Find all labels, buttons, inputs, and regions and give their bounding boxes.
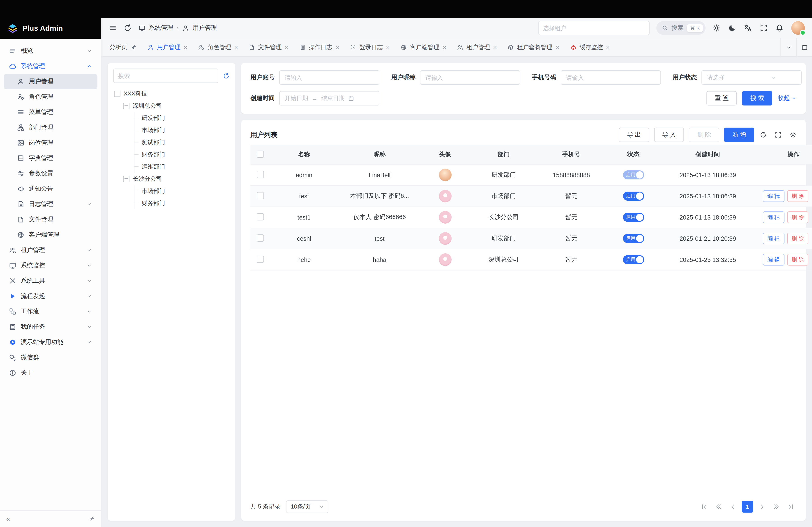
add-button[interactable]: 新 增 — [724, 127, 754, 142]
close-icon[interactable]: × — [555, 44, 559, 50]
phone-input[interactable] — [561, 70, 661, 85]
sidebar-item-dictionary-management[interactable]: 字典管理 — [4, 151, 98, 166]
refresh-icon[interactable] — [760, 131, 767, 138]
tab-operation-log[interactable]: 操作日志 × — [294, 38, 345, 56]
sidebar-item-system-monitor[interactable]: 系统监控 — [4, 258, 98, 273]
more-button[interactable]: 更多 — [811, 190, 812, 202]
dark-mode-moon-icon[interactable] — [728, 24, 736, 32]
status-toggle[interactable]: 启用 — [623, 170, 644, 179]
close-icon[interactable]: × — [386, 44, 390, 50]
brand-logo[interactable]: Plus Admin — [0, 18, 101, 39]
column-settings-gear-icon[interactable] — [789, 131, 797, 138]
tab-file-management[interactable]: 文件管理 × — [243, 38, 294, 56]
page-size-select[interactable]: 10条/页 — [286, 500, 329, 513]
row-checkbox[interactable] — [257, 213, 264, 220]
collapse-node-icon[interactable] — [123, 103, 129, 109]
search-button[interactable]: 搜 索 — [742, 91, 772, 105]
row-checkbox[interactable] — [257, 234, 264, 241]
sidebar-item-tenant-management[interactable]: 租户管理 — [4, 243, 98, 258]
close-icon[interactable]: × — [184, 44, 187, 50]
sidebar-item-demo-features[interactable]: 演示站专用功能 — [4, 334, 98, 350]
account-input[interactable] — [279, 70, 379, 85]
tree-node[interactable]: 市场部门 — [113, 185, 230, 197]
tab-tenant-package-management[interactable]: 租户套餐管理 × — [502, 38, 565, 56]
tab-tenant-management[interactable]: 租户管理 × — [452, 38, 502, 56]
global-search-button[interactable]: 搜索 ⌘ K — [656, 21, 706, 35]
tab-analysis-page[interactable]: 分析页 — [104, 38, 142, 56]
sidebar-item-process-initiation[interactable]: 流程发起 — [4, 288, 98, 304]
last-page-button[interactable] — [785, 501, 797, 513]
close-icon[interactable]: × — [443, 44, 446, 50]
select-all-checkbox[interactable] — [257, 150, 264, 157]
row-checkbox[interactable] — [257, 171, 264, 178]
close-icon[interactable]: × — [234, 44, 238, 50]
tree-node[interactable]: 运维部门 — [113, 161, 230, 173]
sidebar-item-my-tasks[interactable]: 我的任务 — [4, 319, 98, 334]
sidebar-item-menu-management[interactable]: 菜单管理 — [4, 105, 98, 120]
status-select[interactable]: 请选择 — [701, 70, 802, 85]
delete-button[interactable]: 删 除 — [787, 254, 808, 266]
sidebar-item-about[interactable]: 关于 — [4, 365, 98, 380]
pin-icon[interactable] — [130, 44, 137, 50]
export-button[interactable]: 导 出 — [619, 127, 649, 142]
tab-client-management[interactable]: 客户端管理 × — [395, 38, 452, 56]
status-toggle[interactable]: 启用 — [623, 255, 644, 264]
delete-button[interactable]: 删 除 — [787, 211, 808, 223]
more-button[interactable]: 更多 — [811, 232, 812, 244]
edit-button[interactable]: 编 辑 — [763, 211, 784, 223]
close-icon[interactable]: × — [493, 44, 497, 50]
sidebar-collapse-button[interactable]: « — [6, 515, 10, 523]
edit-button[interactable]: 编 辑 — [763, 254, 784, 266]
tree-node[interactable]: 研发部门 — [113, 112, 230, 124]
tab-login-log[interactable]: 登录日志 × — [345, 38, 395, 56]
tree-node[interactable]: 深圳总公司 — [113, 100, 230, 112]
layout-setting-button[interactable] — [796, 38, 812, 56]
translate-icon[interactable] — [744, 24, 752, 32]
tree-refresh-icon[interactable] — [223, 72, 230, 79]
jump-back-button[interactable] — [713, 501, 724, 513]
prev-page-button[interactable] — [727, 501, 739, 513]
close-icon[interactable]: × — [285, 44, 289, 50]
more-button[interactable]: 更多 — [811, 211, 812, 223]
created-date-range-picker[interactable]: 开始日期 → 结束日期 — [279, 91, 379, 105]
import-button[interactable]: 导 入 — [654, 127, 684, 142]
status-toggle[interactable]: 启用 — [623, 234, 644, 243]
close-icon[interactable]: × — [335, 44, 339, 50]
close-icon[interactable]: × — [606, 44, 610, 50]
fullscreen-icon[interactable] — [774, 131, 782, 138]
row-checkbox[interactable] — [257, 192, 264, 199]
tab-cache-monitor[interactable]: 缓存监控 × — [565, 38, 615, 56]
jump-forward-button[interactable] — [770, 501, 782, 513]
sidebar-item-overview[interactable]: 概览 — [4, 43, 98, 59]
sidebar-item-notice-announcement[interactable]: 通知公告 — [4, 181, 98, 197]
edit-button[interactable]: 编 辑 — [763, 190, 784, 202]
sidebar-item-workflow[interactable]: 工作流 — [4, 304, 98, 319]
collapse-node-icon[interactable] — [123, 176, 129, 182]
hamburger-menu-icon[interactable] — [109, 24, 117, 32]
page-number-button[interactable]: 1 — [742, 501, 753, 513]
tree-node[interactable]: 测试部门 — [113, 136, 230, 148]
fullscreen-icon[interactable] — [760, 24, 768, 32]
sidebar-item-system-tools[interactable]: 系统工具 — [4, 273, 98, 288]
user-avatar[interactable] — [791, 21, 805, 35]
edit-button[interactable]: 编 辑 — [763, 232, 784, 244]
tree-search-input[interactable] — [113, 69, 218, 83]
collapse-filter-link[interactable]: 收起 — [778, 94, 797, 102]
refresh-icon[interactable] — [124, 24, 132, 32]
next-page-button[interactable] — [756, 501, 768, 513]
status-toggle[interactable]: 启用 — [623, 213, 644, 222]
nickname-input[interactable] — [420, 70, 520, 85]
tree-node[interactable]: XXX科技 — [113, 88, 230, 100]
sidebar-item-file-management[interactable]: 文件管理 — [4, 212, 98, 227]
delete-button[interactable]: 删 除 — [689, 127, 719, 142]
sidebar-item-department-management[interactable]: 部门管理 — [4, 120, 98, 135]
delete-button[interactable]: 删 除 — [787, 190, 808, 202]
breadcrumb-root[interactable]: 系统管理 — [149, 24, 173, 32]
sidebar-item-client-management[interactable]: 客户端管理 — [4, 227, 98, 243]
sidebar-item-parameter-settings[interactable]: 参数设置 — [4, 166, 98, 181]
sidebar-item-post-management[interactable]: 岗位管理 — [4, 135, 98, 151]
sidebar-item-system-management[interactable]: 系统管理 — [4, 59, 98, 74]
tab-user-management[interactable]: 用户管理 × — [142, 38, 193, 56]
status-toggle[interactable]: 启用 — [623, 192, 644, 201]
pin-icon[interactable] — [89, 516, 95, 522]
